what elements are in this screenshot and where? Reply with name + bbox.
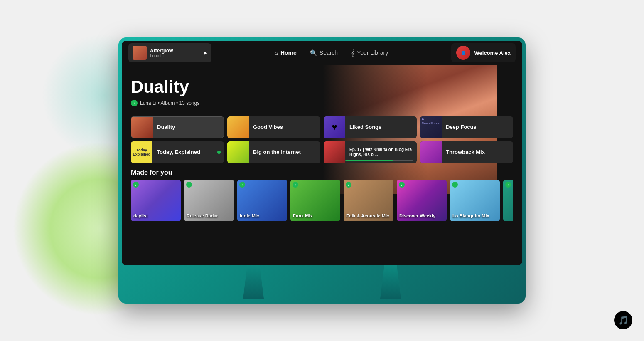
tv-stand — [122, 265, 522, 299]
playlist-label-throwback: Throwback Mix — [446, 149, 513, 156]
now-playing-widget[interactable]: Afterglow Luna Li ▶ — [128, 43, 211, 62]
playlist-thumb-throwback — [420, 141, 442, 163]
search-label: Search — [320, 49, 338, 56]
playlist-thumb-good-vibes — [227, 116, 249, 138]
playlist-item-big-internet[interactable]: Big on the internet — [227, 141, 320, 163]
playlist-item-today-explained[interactable]: Today Explained Today, Explained — [131, 141, 224, 163]
playlist-item-good-vibes[interactable]: Good Vibes — [227, 116, 320, 138]
episode-progress-fill — [345, 160, 393, 161]
nav-right: 👤 Welcome Alex — [451, 43, 516, 62]
mfy-item-indie-mix[interactable]: Indie Mix ♪ — [237, 180, 287, 221]
mfy-label-funk-mix: Funk Mix — [293, 213, 313, 219]
mfy-item-discover-weekly[interactable]: Discover Weekly ♪ — [397, 180, 447, 221]
made-for-you-title: Made for you — [131, 169, 513, 176]
mfy-label-folk-acoustic: Folk & Acoustic Mix — [346, 213, 389, 219]
playlist-item-duality[interactable]: Duality — [131, 116, 224, 138]
playlist-thumb-duality — [131, 116, 153, 138]
now-playing-thumb-inner — [133, 46, 147, 60]
playlist-thumb-deep-focus: Deep Focus — [420, 116, 442, 138]
stand-leg-right — [380, 265, 401, 299]
now-playing-artist: Luna Li — [150, 54, 200, 58]
made-for-you-grid: daylist ♪ Release Radar ♪ Indie Mix ♪ — [131, 180, 513, 221]
mfy-item-folk-acoustic[interactable]: Folk & Acoustic Mix ♪ — [344, 180, 393, 221]
mfy-label-daylist: daylist — [133, 213, 148, 219]
tv-screen: Afterglow Luna Li ▶ ⌂ Home 🔍 Search 𝄞 Yo… — [122, 41, 522, 265]
playlist-thumb-liked-songs: ♥ — [324, 116, 345, 138]
spotify-logo-icon: 🎵 — [618, 315, 629, 325]
playlist-label-ep-wiz: Ep. 17 | Wiz Khalifa on Blog Era Highs, … — [349, 147, 417, 157]
nav-center: ⌂ Home 🔍 Search 𝄞 Your Library — [211, 49, 451, 57]
user-avatar: 👤 — [456, 46, 470, 60]
spotify-logo: 🎵 — [614, 311, 632, 329]
mfy-label-release-radar: Release Radar — [187, 213, 218, 219]
welcome-text: Welcome Alex — [474, 50, 511, 56]
hero-meta: ♪ Luna Li • Album • 13 songs — [131, 100, 513, 106]
home-icon: ⌂ — [274, 49, 278, 56]
playlist-thumb-today-explained: Today Explained — [131, 141, 152, 163]
mfy-label-discover-weekly: Discover Weekly — [399, 213, 435, 219]
playlist-label-deep-focus: Deep Focus — [446, 124, 513, 131]
playlist-item-liked-songs[interactable]: ♥ Liked Songs — [324, 116, 417, 138]
now-playing-thumbnail — [133, 46, 147, 60]
playlist-item-deep-focus[interactable]: Deep Focus Deep Focus — [420, 116, 513, 138]
mfy-item-funk-mix[interactable]: Funk Mix ♪ — [290, 180, 340, 221]
library-icon: 𝄞 — [351, 49, 354, 57]
search-icon: 🔍 — [310, 49, 317, 56]
mfy-label-indie-mix: Indie Mix — [240, 213, 259, 219]
playlist-section: Duality Good Vibes ♥ Liked Songs Deep Fo… — [122, 113, 522, 163]
now-playing-info: Afterglow Luna Li — [150, 48, 200, 58]
new-episode-dot — [217, 151, 221, 154]
playlist-thumb-ep-wiz — [324, 141, 345, 163]
mfy-item-lo-blanquito[interactable]: Lo Blanquito Mix ♪ — [450, 180, 500, 221]
library-label: Your Library — [357, 49, 388, 56]
hero-content: Duality ♪ Luna Li • Album • 13 songs — [122, 65, 522, 113]
episode-progress-container — [345, 160, 413, 161]
nav-search[interactable]: 🔍 Search — [310, 49, 338, 56]
made-for-you-section: Made for you daylist ♪ Release Radar ♪ — [122, 166, 522, 221]
mfy-label-lo-blanquito: Lo Blanquito Mix — [452, 213, 489, 219]
now-playing-title: Afterglow — [150, 48, 200, 54]
playlist-row-1: Duality Good Vibes ♥ Liked Songs Deep Fo… — [131, 116, 513, 138]
hero-meta-text: Luna Li • Album • 13 songs — [140, 100, 199, 106]
play-button[interactable]: ▶ — [204, 50, 207, 56]
playlist-item-throwback[interactable]: Throwback Mix — [420, 141, 513, 163]
playlist-label-today-explained: Today, Explained — [157, 149, 224, 156]
hero-title: Duality — [131, 77, 513, 96]
playlist-thumb-big-internet — [227, 141, 249, 163]
tv-frame: Afterglow Luna Li ▶ ⌂ Home 🔍 Search 𝄞 Yo… — [118, 37, 526, 304]
playlist-row-2: Today Explained Today, Explained Big on … — [131, 141, 513, 163]
playlist-label-liked-songs: Liked Songs — [349, 124, 417, 131]
playlist-item-ep-wiz[interactable]: Ep. 17 | Wiz Khalifa on Blog Era Highs, … — [324, 141, 417, 163]
home-label: Home — [280, 49, 297, 56]
nav-bar: Afterglow Luna Li ▶ ⌂ Home 🔍 Search 𝄞 Yo… — [122, 41, 522, 65]
welcome-badge[interactable]: 👤 Welcome Alex — [451, 43, 516, 62]
nav-home[interactable]: ⌂ Home — [274, 49, 296, 56]
avatar-icon: 👤 — [461, 51, 466, 55]
nav-library[interactable]: 𝄞 Your Library — [351, 49, 388, 57]
playlist-label-big-internet: Big on the internet — [253, 149, 320, 156]
playlist-label-duality: Duality — [157, 124, 224, 131]
mfy-item-more[interactable]: ♪ — [503, 180, 513, 221]
stand-leg-left — [243, 265, 264, 299]
spotify-verified-icon: ♪ — [131, 100, 138, 106]
mfy-item-release-radar[interactable]: Release Radar ♪ — [184, 180, 234, 221]
playlist-label-good-vibes: Good Vibes — [253, 124, 320, 131]
mfy-item-daylist[interactable]: daylist ♪ — [131, 180, 181, 221]
